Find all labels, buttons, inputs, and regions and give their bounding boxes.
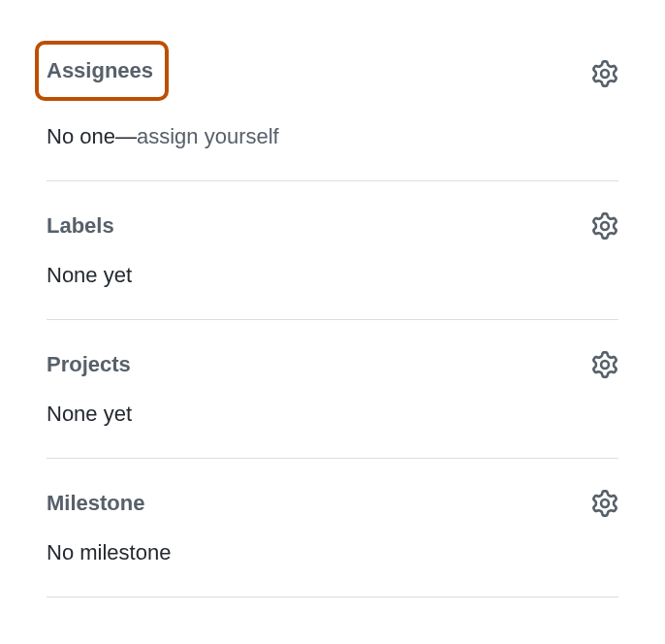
milestone-title[interactable]: Milestone [47,491,144,516]
issue-sidebar: Assignees No one—assign yourself Labels … [0,0,665,597]
projects-section: Projects None yet [47,351,618,459]
gear-icon[interactable] [591,212,618,240]
projects-title[interactable]: Projects [47,352,131,377]
gear-icon[interactable] [591,351,618,378]
labels-header: Labels [47,212,618,240]
labels-content: None yet [47,263,618,288]
assign-yourself-link[interactable]: assign yourself [137,124,279,148]
milestone-content: No milestone [47,540,618,565]
assignees-noone: No one— [47,124,137,148]
labels-section: Labels None yet [47,212,618,320]
assignees-header: Assignees [47,47,618,101]
gear-icon[interactable] [591,490,618,517]
projects-header: Projects [47,351,618,378]
milestone-header: Milestone [47,490,618,517]
assignees-title[interactable]: Assignees [35,41,169,101]
labels-title[interactable]: Labels [47,213,114,239]
assignees-content: No one—assign yourself [47,124,618,149]
assignees-section: Assignees No one—assign yourself [47,47,618,181]
gear-icon[interactable] [591,60,618,87]
milestone-section: Milestone No milestone [47,490,618,597]
projects-content: None yet [47,402,618,427]
